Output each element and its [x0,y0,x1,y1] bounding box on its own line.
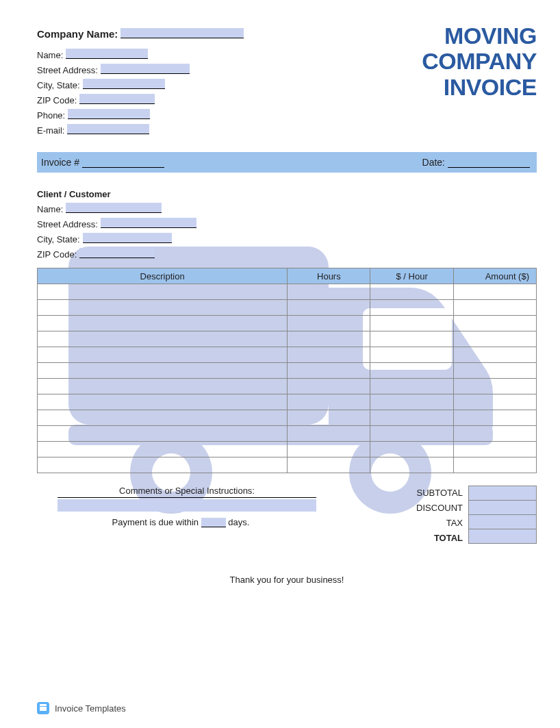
table-cell[interactable] [288,442,370,457]
table-row[interactable] [38,347,537,363]
company-street-label: Street Address: [37,65,101,75]
table-cell[interactable] [38,300,288,316]
table-cell[interactable] [370,394,453,410]
table-cell[interactable] [38,316,288,331]
company-street-field[interactable] [101,62,190,75]
total-label: TOTAL [352,531,463,546]
client-city-state-field[interactable] [83,231,172,244]
table-cell[interactable] [370,363,453,379]
table-cell[interactable] [38,331,288,347]
payment-days-field[interactable] [201,518,226,527]
invoice-date-field[interactable] [448,157,530,168]
discount-label: DISCOUNT [352,501,463,516]
table-row[interactable] [38,300,537,316]
company-name-label: Company Name: [37,28,120,40]
client-city-state-label: City, State: [37,234,83,244]
client-name-field[interactable] [66,201,162,214]
table-cell[interactable] [288,347,370,363]
table-cell[interactable] [288,457,370,473]
table-cell[interactable] [453,410,536,426]
company-email-field[interactable] [67,123,149,136]
table-cell[interactable] [453,284,536,300]
table-row[interactable] [38,379,537,394]
table-cell[interactable] [288,394,370,410]
client-zip-field[interactable] [79,247,155,260]
table-cell[interactable] [38,442,288,457]
col-description: Description [38,268,288,284]
invoice-number-field[interactable] [82,157,164,168]
table-cell[interactable] [38,410,288,426]
table-cell[interactable] [453,442,536,457]
table-cell[interactable] [370,347,453,363]
table-cell[interactable] [370,331,453,347]
table-cell[interactable] [453,379,536,394]
table-cell[interactable] [453,457,536,473]
table-cell[interactable] [288,300,370,316]
table-cell[interactable] [38,457,288,473]
table-row[interactable] [38,442,537,457]
table-row[interactable] [38,394,537,410]
table-cell[interactable] [370,442,453,457]
table-cell[interactable] [453,426,536,442]
company-name-field[interactable] [120,27,244,40]
client-street-label: Street Address: [37,219,101,229]
col-hours: Hours [288,268,370,284]
col-amount: Amount ($) [453,268,536,284]
table-cell[interactable] [288,363,370,379]
company-zip-field[interactable] [79,92,155,105]
company-city-state-label: City, State: [37,80,83,90]
invoice-bar: Invoice # Date: [37,152,537,173]
table-row[interactable] [38,316,537,331]
table-cell[interactable] [370,284,453,300]
table-row[interactable] [38,331,537,347]
table-cell[interactable] [370,316,453,331]
subtotal-label: SUBTOTAL [352,486,463,501]
company-contact-name-field[interactable] [66,47,148,60]
table-cell[interactable] [288,410,370,426]
table-cell[interactable] [370,410,453,426]
tax-field[interactable] [468,514,537,529]
table-cell[interactable] [453,394,536,410]
table-row[interactable] [38,363,537,379]
table-cell[interactable] [288,379,370,394]
company-city-state-field[interactable] [83,77,165,90]
total-field[interactable] [468,529,537,544]
table-cell[interactable] [453,331,536,347]
table-row[interactable] [38,284,537,300]
company-phone-field[interactable] [68,108,150,121]
table-cell[interactable] [370,379,453,394]
thank-you-text: Thank you for your business! [37,575,537,585]
comments-field[interactable] [58,499,316,512]
table-cell[interactable] [453,347,536,363]
table-cell[interactable] [288,284,370,300]
table-row[interactable] [38,426,537,442]
table-cell[interactable] [38,379,288,394]
client-zip-label: ZIP Code: [37,249,79,260]
client-street-field[interactable] [101,216,196,229]
table-cell[interactable] [370,300,453,316]
table-cell[interactable] [38,394,288,410]
table-cell[interactable] [453,300,536,316]
table-cell[interactable] [453,363,536,379]
company-contact-name-label: Name: [37,50,66,60]
table-cell[interactable] [288,426,370,442]
table-cell[interactable] [38,284,288,300]
subtotal-field[interactable] [468,486,537,501]
table-cell[interactable] [38,426,288,442]
table-cell[interactable] [38,363,288,379]
table-cell[interactable] [38,347,288,363]
table-cell[interactable] [288,331,370,347]
client-header: Client / Customer [37,189,537,199]
invoice-number-label: Invoice # [41,157,79,168]
table-cell[interactable] [370,457,453,473]
table-cell[interactable] [288,316,370,331]
discount-field[interactable] [468,500,537,515]
client-name-label: Name: [37,204,66,214]
table-cell[interactable] [370,426,453,442]
table-row[interactable] [38,457,537,473]
col-rate: $ / Hour [370,268,453,284]
footer-brand: Invoice Templates [37,702,126,714]
table-row[interactable] [38,410,537,426]
document-title: MOVING COMPANY INVOICE [422,23,537,100]
table-cell[interactable] [453,316,536,331]
